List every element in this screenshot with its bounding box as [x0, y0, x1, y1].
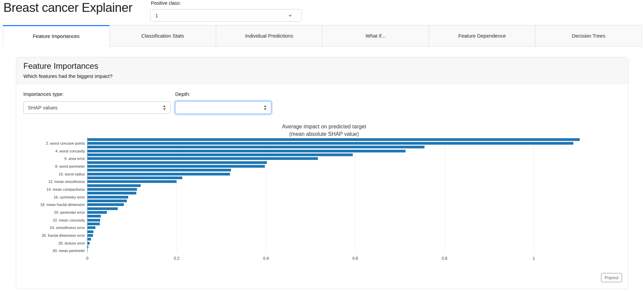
bar	[87, 146, 424, 148]
chart-title-line2: (mean absolute SHAP value)	[206, 131, 442, 137]
y-tick-label: 24. smoothness error	[17, 226, 85, 230]
x-tick-label: 0	[77, 256, 97, 261]
bar	[87, 207, 118, 210]
select-arrows-icon	[263, 105, 267, 110]
feature-importances-card: Feature Importances Which features had t…	[16, 57, 628, 289]
x-gridline	[534, 138, 534, 253]
bar	[87, 173, 230, 175]
bar	[87, 157, 318, 160]
bar	[87, 169, 231, 171]
y-tick-label: 26. fractal dimension error	[17, 234, 85, 237]
importances-type-value: SHAP values	[28, 105, 58, 110]
bar	[87, 180, 177, 183]
tab-feature-dependence[interactable]: Feature Dependence	[429, 25, 535, 46]
chart-title-line1: Average impact on predicted target	[206, 124, 442, 130]
bar	[87, 249, 88, 252]
bar	[87, 138, 580, 141]
explainer-dashboard-page: Breast cancer Explainer Positive class: …	[0, 0, 644, 291]
bar	[87, 161, 267, 164]
x-tick-label: 1	[524, 256, 544, 261]
y-tick-label: 10. worst radius	[17, 172, 85, 176]
importances-type-select[interactable]: SHAP values	[23, 101, 170, 114]
y-tick-label: 4. worst concavity	[17, 149, 85, 153]
bar	[87, 153, 353, 156]
bar	[87, 203, 124, 206]
y-tick-label: 18. mean fractal dimension	[17, 203, 85, 207]
bar	[87, 234, 93, 237]
tab-what-if[interactable]: What if...	[322, 25, 429, 46]
bar	[87, 246, 88, 248]
bar	[87, 196, 128, 199]
bar	[87, 226, 95, 229]
bar	[87, 211, 107, 214]
bar	[87, 200, 127, 202]
card-title: Feature Importances	[23, 61, 98, 71]
bar	[87, 192, 136, 194]
y-tick-label: 2. worst concave points	[17, 142, 85, 145]
y-tick-label: 6. area error	[17, 157, 85, 161]
tab-bar: Feature ImportancesClassification StatsI…	[3, 25, 642, 46]
tab-feature-importances[interactable]: Feature Importances	[3, 25, 110, 46]
bar	[87, 184, 141, 187]
depth-select[interactable]	[175, 101, 271, 114]
bar	[87, 142, 573, 145]
y-tick-label: 12. mean smoothness	[17, 180, 85, 184]
positive-class-value: 1	[155, 13, 158, 18]
x-tick-label: 0.6	[345, 256, 365, 261]
bar	[87, 165, 265, 168]
card-header: Feature Importances Which features had t…	[16, 57, 628, 84]
x-tick-label: 0.8	[434, 256, 455, 261]
y-tick-label: 22. mean concavity	[17, 219, 85, 222]
x-gridline	[444, 138, 445, 253]
bar	[87, 242, 90, 245]
x-tick-label: 0.2	[166, 256, 187, 261]
positive-class-dropdown[interactable]: 1	[150, 9, 302, 22]
y-tick-label: 16. symmetry error	[17, 195, 85, 199]
y-tick-label: 28. texture error	[17, 242, 85, 245]
x-gridline	[355, 138, 355, 253]
importances-type-label: Importances type:	[23, 91, 64, 97]
bar	[87, 188, 137, 191]
shap-importance-chart: Average impact on predicted target(mean …	[17, 120, 628, 270]
x-tick-label: 0.4	[256, 256, 276, 261]
tab-classification-stats[interactable]: Classification Stats	[110, 25, 216, 46]
caret-down-icon	[289, 15, 292, 17]
tab-decision-trees[interactable]: Decision Trees	[535, 25, 642, 46]
popout-button[interactable]: Popout	[601, 273, 622, 282]
positive-class-label: Positive class:	[151, 0, 181, 6]
y-tick-label: 8. worst perimeter	[17, 165, 85, 168]
bar	[87, 219, 100, 222]
bar	[87, 176, 182, 179]
bar	[87, 238, 91, 241]
bar	[87, 150, 406, 152]
y-tick-label: 14. mean compactness	[17, 188, 85, 191]
tab-individual-predictions[interactable]: Individual Predictions	[216, 25, 323, 46]
depth-label: Depth:	[175, 91, 190, 97]
y-tick-label: 30. mean perimeter	[17, 249, 85, 253]
card-subtitle: Which features had the biggest impact?	[23, 73, 112, 79]
app-title: Breast cancer Explainer	[3, 1, 132, 15]
bar	[87, 215, 101, 217]
bar	[87, 223, 100, 225]
y-tick-label: 20. perimeter error	[17, 211, 85, 214]
bar	[87, 230, 93, 233]
select-arrows-icon	[163, 105, 166, 110]
